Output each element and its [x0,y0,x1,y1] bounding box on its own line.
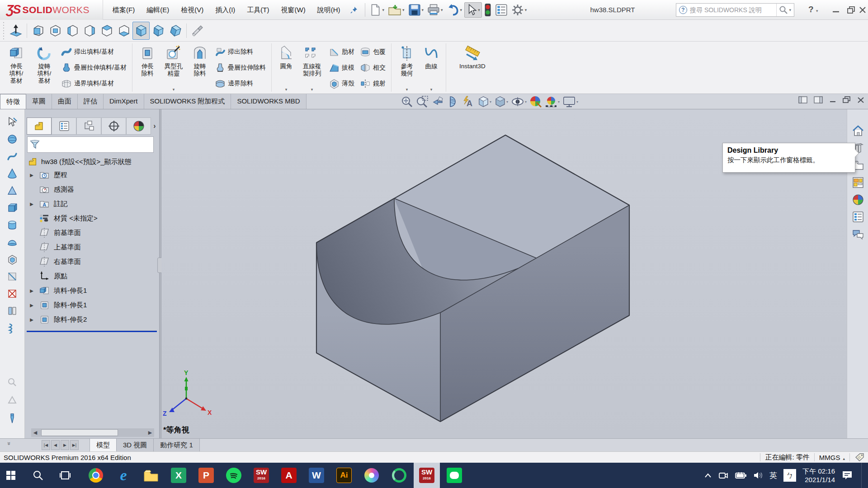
boundary-cut-button[interactable]: 邊界除料 [213,78,268,89]
next-tab-button[interactable]: ▶ [61,440,69,450]
dropdown-caret-icon[interactable]: ▾ [576,100,578,104]
tree-horizontal-scrollbar[interactable]: ◀ ▶ [31,428,154,437]
new-document-button[interactable]: ▾ [368,2,386,18]
notification-center-icon[interactable] [841,470,853,481]
appearances-scenes-icon[interactable] [850,192,866,208]
dropdown-caret-icon[interactable]: ▾ [558,100,560,104]
mirror-button[interactable]: 鏡射 [358,78,387,89]
undo-button[interactable]: ▾ [445,2,464,18]
print-button[interactable]: ▾ [426,2,444,18]
dropdown-caret-icon[interactable]: ▾ [311,87,313,92]
tab-display-manager[interactable] [126,117,151,135]
tab-surfaces[interactable]: 曲面 [52,94,78,109]
tab-dimxpert[interactable]: DimXpert [104,94,144,109]
dropdown-caret-icon[interactable]: ▾ [441,8,443,12]
tree-item-material[interactable]: 材質 <未指定> [25,211,159,225]
tab-featuremanager-tree[interactable] [27,117,52,135]
reference-geometry-button[interactable]: 參考 幾何 ▾ [394,43,420,92]
tree-item-history[interactable]: ▶ 歷程 [25,168,159,182]
tree-item-annotations[interactable]: ▶ A 註記 [25,197,159,211]
front-view-button[interactable] [29,22,47,40]
last-tab-button[interactable]: ▶| [70,440,79,450]
menu-insert[interactable]: 插入(I) [209,0,241,19]
boundary-boss-button[interactable]: 邊界填料/基材 [59,78,128,89]
edit-appearance-icon[interactable] [529,95,542,108]
ime-indicator[interactable]: ㄅ [783,469,796,482]
close-button[interactable] [857,0,868,20]
taskbar-acrobat-icon[interactable]: A [276,463,302,488]
draft-button[interactable]: 拔模 [327,62,356,74]
search-submit[interactable]: ▾ [776,4,791,16]
left-toolbar-faded-icon[interactable] [5,375,19,389]
right-view-button[interactable] [81,22,98,40]
taskbar-edge-icon[interactable]: e [110,463,137,488]
apply-appearance-button[interactable] [189,22,206,40]
pane-left-icon[interactable] [798,96,807,104]
tree-root-item[interactable]: hw38 (預設<<預設>_顯示狀態 [28,156,158,167]
solidworks-forum-icon[interactable] [850,226,866,242]
select-button[interactable]: ▾ [464,2,482,18]
dropdown-caret-icon[interactable]: ▾ [789,8,791,12]
dropdown-caret-icon[interactable]: ▾ [460,8,462,12]
back-view-button[interactable] [47,22,64,40]
left-toolbar-cylinder-icon[interactable] [5,218,19,232]
left-toolbar-block-icon[interactable] [5,201,19,215]
swept-cut-button[interactable]: 掃出除料 [213,46,268,58]
expand-arrow-icon[interactable]: ▶ [25,303,38,308]
camera-tray-icon[interactable] [718,471,729,480]
tab-dimxpert-manager[interactable] [101,117,126,135]
tab-features[interactable]: 特徵 [0,94,26,109]
dropdown-caret-icon[interactable]: ▾ [285,87,288,92]
left-toolbar-shellbox-icon[interactable] [5,252,19,267]
menu-file[interactable]: 檔案(F) [107,0,141,19]
dropdown-caret-icon[interactable]: ▾ [525,8,527,12]
expand-arrow-icon[interactable]: ▶ [25,317,38,322]
tree-item-origin[interactable]: 原點 [25,269,159,283]
hide-show-items-icon[interactable]: ▾ [510,95,527,108]
zoom-to-area-icon[interactable] [415,95,429,108]
left-toolbar-dome-icon[interactable] [5,235,19,249]
trimetric-view-button[interactable] [150,22,167,40]
save-button[interactable]: ▾ [407,2,425,18]
menu-edit[interactable]: 編輯(E) [141,0,175,19]
rib-button[interactable]: 肋材 [327,46,356,58]
dropdown-caret-icon[interactable]: ▾ [406,87,408,92]
hidden-icons-chevron[interactable] [704,473,712,478]
tab-addins[interactable]: SOLIDWORKS 附加程式 [144,94,231,109]
help-button[interactable]: ? ▾ [808,0,818,20]
left-toolbar-cone-icon[interactable] [5,166,19,181]
hole-wizard-button[interactable]: 異型孔 精靈 ▾ [160,43,188,92]
menu-tools[interactable]: 工具(T) [241,0,275,19]
taskbar-line-icon[interactable] [441,463,467,488]
collapse-chevrons-icon[interactable]: » [6,442,13,444]
left-toolbar-spline-icon[interactable] [5,149,19,164]
menu-view[interactable]: 檢視(V) [175,0,209,19]
pane-right-icon[interactable] [814,96,823,104]
dropdown-caret-icon[interactable]: ▾ [478,8,480,12]
search-input[interactable] [690,6,774,14]
isometric-view-button[interactable] [132,22,150,40]
left-toolbar-slice-icon[interactable] [5,269,19,284]
show-desktop-button[interactable] [861,463,863,488]
linear-pattern-button[interactable]: 直線複 製排列 ▾ [298,43,326,92]
dropdown-caret-icon[interactable]: ▾ [173,87,175,92]
tree-filter-input[interactable] [42,141,151,148]
display-style-icon[interactable]: ▾ [494,95,509,108]
bottom-view-button[interactable] [115,22,132,40]
tab-motion-study[interactable]: 動作研究 1 [154,439,200,451]
top-view-button[interactable] [98,22,115,40]
dropdown-caret-icon[interactable]: ▾ [490,100,491,104]
zoom-to-fit-icon[interactable] [400,95,414,108]
dropdown-caret-icon[interactable]: ▾ [525,100,527,104]
doc-restore-icon[interactable] [843,96,851,103]
swept-boss-button[interactable]: 掃出填料/基材 [59,46,128,58]
tree-item-right-plane[interactable]: 右基準面 [25,255,159,268]
taskbar-spotify-icon[interactable] [221,463,247,488]
taskbar-green-app-icon[interactable] [386,463,412,488]
view-orientation-icon[interactable]: ▾ [477,95,492,108]
view-palette-icon[interactable] [850,174,866,191]
tab-sketch[interactable]: 草圖 [26,94,52,109]
left-toolbar-boxx-icon[interactable] [5,286,19,301]
extruded-cut-button[interactable]: 伸長 除料 [135,43,160,92]
tab-model[interactable]: 模型 [90,439,117,451]
